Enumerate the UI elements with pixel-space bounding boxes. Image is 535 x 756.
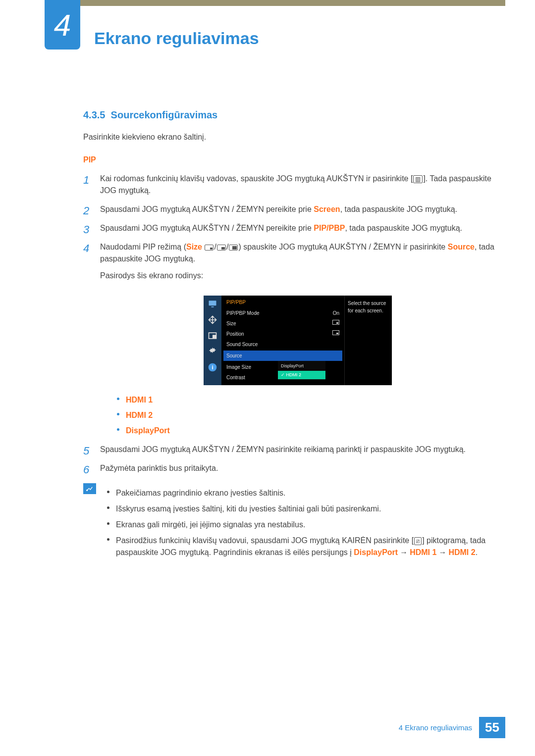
- osd-value: On: [333, 309, 339, 317]
- osd-row: Sound Source: [226, 339, 339, 350]
- osd-row: Position: [226, 329, 339, 339]
- keyword-screen: Screen: [314, 205, 340, 213]
- pip-layout-icon: [208, 331, 217, 340]
- step-text: , tada paspauskite JOG mygtuką.: [340, 205, 458, 213]
- step-text: , tada paspauskite JOG mygtuką.: [345, 224, 462, 232]
- note-item: Pakeičiamas pagrindinio ekrano įvesties …: [107, 487, 495, 499]
- step-text: Kai rodomas funkcinių klavišų vadovas, s…: [100, 174, 413, 183]
- note-bullets: Pakeičiamas pagrindinio ekrano įvesties …: [107, 483, 495, 562]
- svg-rect-0: [209, 301, 216, 305]
- note-icon: [83, 483, 96, 494]
- section-title: Sourcekonfigūravimas: [111, 109, 218, 120]
- step-text: Pasirodys šis ekrano rodinys:: [100, 270, 495, 282]
- source-option: HDMI 2: [117, 409, 495, 421]
- osd-help-panel: Select the source for each screen.: [344, 296, 392, 385]
- seq-item: DisplayPort: [354, 548, 398, 556]
- step-number: 4: [83, 240, 89, 256]
- note-block: Pakeičiamas pagrindinio ekrano įvesties …: [83, 483, 495, 562]
- monitor-icon: [208, 300, 217, 308]
- step-4: 4 Naudodami PIP režimą (Size //) spauski…: [83, 241, 495, 437]
- osd-title: PIP/PBP: [226, 299, 339, 306]
- source-options-list: HDMI 1 HDMI 2 DisplayPort: [117, 394, 495, 437]
- osd-label: Image Size: [226, 363, 251, 371]
- keyword-source: Source: [448, 243, 475, 251]
- step-1: 1 Kai rodomas funkcinių klavišų vadovas,…: [83, 173, 495, 197]
- page-footer: 4 Ekrano reguliavimas 55: [399, 717, 505, 738]
- osd-main-panel: PIP/PBP PIP/PBP ModeOn Size Position Sou…: [221, 296, 344, 385]
- osd-dropdown-item-selected: ✓ HDMI 2: [278, 371, 325, 380]
- step-3: 3 Spausdami JOG mygtuką AUKŠTYN / ŽEMYN …: [83, 222, 495, 234]
- osd-row: PIP/PBP ModeOn: [226, 308, 339, 318]
- osd-dropdown-label: HDMI 2: [286, 372, 302, 377]
- note-item: Pasirodžius funkcinių klavišų vadovui, s…: [107, 535, 495, 558]
- osd-screenshot: i PIP/PBP PIP/PBP ModeOn Size Position S…: [204, 296, 392, 385]
- source-switch-icon: ⎚: [414, 537, 422, 545]
- step-text: Pažymėta parinktis bus pritaikyta.: [100, 464, 218, 472]
- step-text: ) spauskite JOG mygtuką AUKŠTYN / ŽEMYN …: [238, 243, 447, 251]
- source-option: HDMI 1: [117, 394, 495, 406]
- steps-list: 1 Kai rodomas funkcinių klavišų vadovas,…: [83, 173, 495, 474]
- svg-text:i: i: [212, 364, 213, 370]
- step-number: 2: [83, 202, 89, 219]
- osd-dropdown: DisplayPort ✓ HDMI 2: [278, 361, 325, 380]
- osd-sidebar: i: [204, 296, 221, 385]
- move-icon: [208, 315, 217, 324]
- footer-page-number: 55: [479, 717, 505, 738]
- svg-rect-3: [213, 335, 216, 338]
- page-header: 4 Ekrano reguliavimas: [0, 0, 535, 48]
- footer-text: 4 Ekrano reguliavimas: [399, 723, 472, 732]
- osd-label: Size: [226, 320, 236, 327]
- keyword-size: Size: [186, 243, 202, 251]
- size-option-icon: [205, 245, 214, 251]
- note-text: Pasirodžius funkcinių klavišų vadovui, s…: [116, 536, 414, 545]
- step-number: 5: [83, 443, 89, 459]
- step-text: Spausdami JOG mygtuką AUKŠTYN / ŽEMYN pa…: [100, 445, 466, 454]
- seq-item: HDMI 2: [448, 548, 475, 556]
- source-option: DisplayPort: [117, 425, 495, 437]
- step-number: 3: [83, 221, 89, 238]
- osd-label: Position: [226, 330, 244, 338]
- svg-rect-1: [212, 306, 214, 307]
- note-item: Išskyrus esamą įvesties šaltinį, kiti du…: [107, 503, 495, 515]
- note-item: Ekranas gali mirgėti, jei įėjimo signala…: [107, 519, 495, 531]
- osd-label: PIP/PBP Mode: [226, 309, 260, 317]
- size-thumb-icon: [332, 320, 339, 325]
- step-text: Naudodami PIP režimą (: [100, 243, 186, 251]
- osd-row-selected: Source: [223, 351, 342, 361]
- gear-icon: [208, 347, 217, 356]
- osd-label: Contrast: [226, 374, 245, 381]
- osd-label: Source: [226, 352, 242, 359]
- chapter-number-badge: 4: [45, 0, 80, 50]
- step-number: 6: [83, 461, 89, 478]
- svg-point-7: [87, 490, 88, 491]
- step-6: 6 Pažymėta parinktis bus pritaikyta.: [83, 462, 495, 474]
- section-heading: 4.3.5 Sourcekonfigūravimas: [83, 107, 495, 122]
- osd-row: Size: [226, 318, 339, 329]
- content-body: 4.3.5 Sourcekonfigūravimas Pasirinkite k…: [83, 107, 495, 562]
- seq-item: HDMI 1: [410, 548, 436, 556]
- subheading-pip: PIP: [83, 154, 495, 166]
- section-id: 4.3.5: [83, 109, 105, 120]
- info-icon: i: [208, 363, 217, 372]
- menu-icon: ▥: [413, 175, 423, 183]
- step-2: 2 Spausdami JOG mygtuką AUKŠTYN / ŽEMYN …: [83, 203, 495, 215]
- keyword-pippbp: PIP/PBP: [314, 224, 345, 232]
- osd-label: Sound Source: [226, 341, 258, 348]
- osd-dropdown-item: DisplayPort: [278, 362, 325, 371]
- size-option-icon: [229, 245, 238, 251]
- chapter-title: Ekrano reguliavimas: [94, 10, 535, 48]
- size-option-icon: [217, 245, 226, 251]
- step-number: 1: [83, 172, 89, 188]
- step-text: Spausdami JOG mygtuką AUKŠTYN / ŽEMYN pe…: [100, 205, 314, 213]
- position-thumb-icon: [332, 330, 339, 335]
- step-text: Spausdami JOG mygtuką AUKŠTYN / ŽEMYN pe…: [100, 224, 314, 232]
- step-5: 5 Spausdami JOG mygtuką AUKŠTYN / ŽEMYN …: [83, 444, 495, 455]
- section-intro: Pasirinkite kiekvieno ekrano šaltinį.: [83, 131, 495, 143]
